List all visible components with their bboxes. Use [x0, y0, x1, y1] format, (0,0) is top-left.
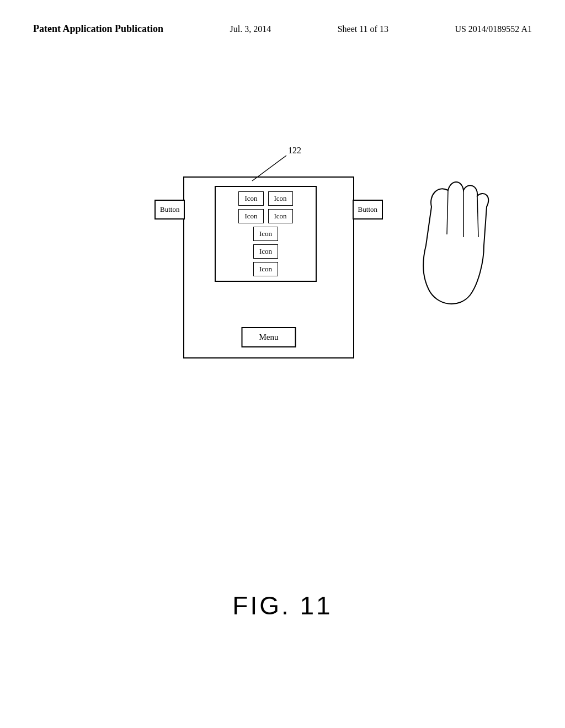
- figure-label: FIG. 11: [232, 591, 332, 620]
- icon-4[interactable]: Icon: [268, 209, 293, 223]
- sheet-number: Sheet 11 of 13: [338, 22, 388, 34]
- icon-row-2: Icon Icon: [238, 209, 292, 223]
- svg-line-3: [477, 196, 478, 237]
- diagram-area: 122 Button Button Icon Icon Icon Icon Ic…: [117, 143, 448, 364]
- icon-3[interactable]: Icon: [238, 209, 263, 223]
- left-button[interactable]: Button: [154, 200, 185, 220]
- icon-grid: Icon Icon Icon Icon Icon Icon Icon: [215, 186, 317, 282]
- publication-title: Patent Application Publication: [33, 22, 163, 36]
- patent-number: US 2014/0189552 A1: [455, 22, 532, 34]
- publication-date: Jul. 3, 2014: [230, 22, 271, 34]
- page-header: Patent Application Publication Jul. 3, 2…: [0, 0, 565, 36]
- svg-line-1: [447, 190, 448, 234]
- icon-2[interactable]: Icon: [268, 191, 293, 206]
- icon-row-1: Icon Icon: [238, 191, 292, 206]
- reference-number-122: 122: [288, 146, 301, 155]
- menu-button[interactable]: Menu: [242, 327, 296, 347]
- icon-6[interactable]: Icon: [253, 244, 278, 259]
- hand-illustration: [398, 174, 509, 306]
- icon-7[interactable]: Icon: [253, 262, 278, 276]
- icon-row-4: Icon: [253, 244, 278, 259]
- icon-1[interactable]: Icon: [238, 191, 263, 206]
- right-button[interactable]: Button: [353, 200, 383, 220]
- icon-5[interactable]: Icon: [253, 227, 278, 241]
- icon-row-5: Icon: [253, 262, 278, 276]
- device-frame: Button Button Icon Icon Icon Icon Icon I…: [183, 176, 354, 358]
- icon-row-3: Icon: [253, 227, 278, 241]
